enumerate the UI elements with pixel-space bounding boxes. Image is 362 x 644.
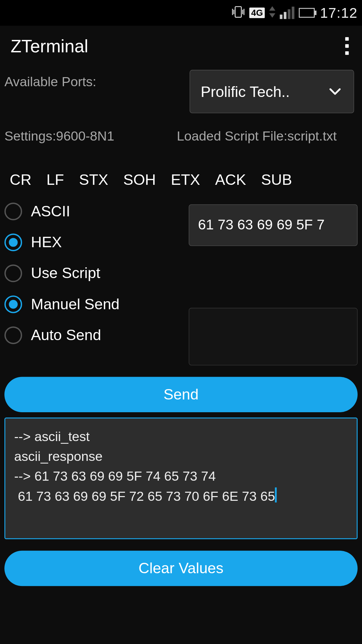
terminal-line: ascii_response [14,446,348,466]
network-4g-icon: 4G [249,7,265,18]
data-input[interactable]: 61 73 63 69 69 5F 7 [189,204,358,246]
available-ports-label: Available Ports: [4,70,181,89]
terminal-line: --> 61 73 63 69 69 5F 74 65 73 74 [14,466,348,486]
send-button[interactable]: Send [4,377,358,412]
text-cursor [275,487,277,502]
ctrl-char-cr[interactable]: CR [10,171,32,188]
interval-input[interactable] [189,308,358,365]
radio-label: ASCII [31,203,70,220]
radio-icon [4,295,22,313]
ctrl-char-lf[interactable]: LF [47,171,64,188]
svg-rect-0 [235,7,241,17]
terminal-line: 61 73 63 69 69 5F 72 65 73 70 6F 6E 73 6… [14,486,348,506]
svg-marker-6 [269,13,275,18]
ctrl-char-stx[interactable]: STX [79,171,108,188]
terminal-line: --> ascii_test [14,426,348,446]
radio-label: HEX [31,233,62,251]
port-select[interactable]: Prolific Tech.. [190,70,354,113]
radio-ascii[interactable]: ASCII [4,202,189,220]
svg-marker-5 [269,6,275,10]
ctrl-char-etx[interactable]: ETX [171,171,200,188]
clear-values-button[interactable]: Clear Values [4,550,358,586]
radio-icon [4,264,22,282]
radio-icon [4,202,22,220]
signal-icon [280,7,295,19]
radio-icon [4,233,22,251]
status-time: 17:12 [320,5,358,21]
more-options-icon[interactable] [341,35,353,56]
radio-manual-send[interactable]: Manuel Send [4,295,189,313]
ctrl-char-sub[interactable]: SUB [261,171,292,188]
port-selected-value: Prolific Tech.. [201,83,290,100]
ctrl-char-ack[interactable]: ACK [215,171,246,188]
radio-auto-send[interactable]: Auto Send [4,326,189,344]
radio-icon [4,326,22,344]
radio-use-script[interactable]: Use Script [4,264,189,282]
radio-label: Manuel Send [31,296,119,313]
radio-hex[interactable]: HEX [4,233,189,251]
settings-text: Settings:9600-8N1 [4,127,168,145]
status-icons: 4G [232,6,315,20]
battery-icon [299,8,314,18]
ctrl-char-soh[interactable]: SOH [123,171,156,188]
chevron-down-icon [327,84,343,99]
radio-label: Use Script [31,265,100,282]
app-header: ZTerminal [0,25,362,65]
loaded-script-text: Loaded Script File:script.txt [177,127,337,145]
vibrate-icon [232,6,245,20]
control-chars-row: CR LF STX SOH ETX ACK SUB [0,145,362,188]
app-title: ZTerminal [11,36,88,56]
data-arrows-icon [269,6,275,19]
terminal-output[interactable]: --> ascii_test ascii_response --> 61 73 … [4,417,358,539]
radio-label: Auto Send [31,326,101,343]
status-bar: 4G 17:12 [0,0,362,25]
